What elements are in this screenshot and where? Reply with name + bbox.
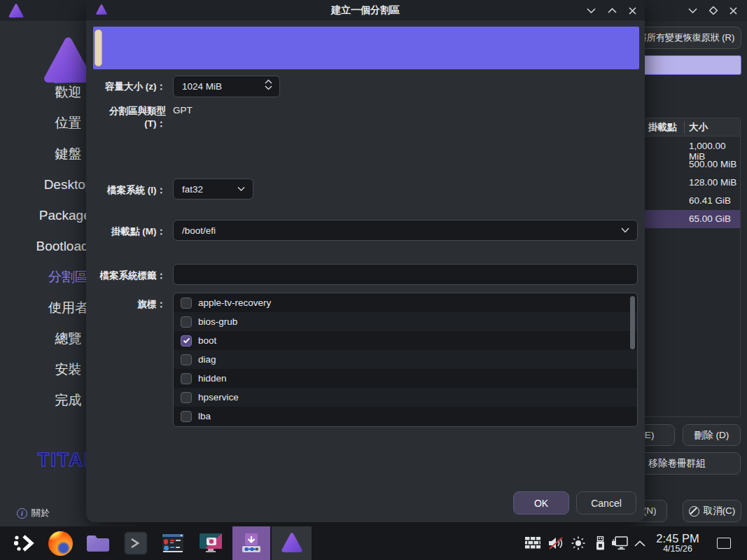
system-app-icon [161,533,185,554]
fs-label-input[interactable] [173,264,638,285]
system-settings-taskbar-button[interactable] [158,526,188,560]
cancel-button[interactable]: Cancel [576,491,636,514]
close-icon[interactable] [729,7,737,15]
installer-cancel-button[interactable]: 取消(C) [683,500,741,522]
media-app-taskbar-button[interactable] [195,526,226,560]
screen-capture-icon [198,532,223,554]
checkbox[interactable] [181,335,192,346]
volume-muted-tray-icon[interactable] [547,526,565,560]
fs-label-label: 檔案系統標籤： [86,270,166,282]
column-divider [684,121,685,134]
spin-up-icon [265,79,272,84]
revert-all-changes-button[interactable]: 將所有變更恢復原狀 (R) [631,27,741,49]
flag-row[interactable]: hidden [174,369,637,388]
distro-logo-icon [8,3,25,20]
about-button[interactable]: i 關於 [17,503,50,524]
usb-writer-icon [241,533,262,554]
mountpoint-label: 掛載點 (M)： [86,225,166,238]
new-partition-size-bar[interactable] [93,27,639,69]
firewall-tray-icon[interactable] [524,526,542,560]
folder-icon [85,533,111,554]
create-partition-dialog: 建立一個分割區 容量大小 (z)： 1024 MiB 分割區與類型 (T)： G… [86,0,645,522]
checkbox[interactable] [181,373,192,384]
flag-row[interactable]: lba [174,407,637,426]
prohibit-icon [689,506,699,517]
partition-type-label: 分割區與類型 (T)： [86,105,166,130]
dialog-titlebar[interactable]: 建立一個分割區 [86,0,645,20]
flag-row[interactable]: boot [174,331,637,350]
minimize-icon[interactable] [587,8,596,13]
checkbox[interactable] [181,316,192,328]
usb-writer-taskbar-button[interactable] [232,526,270,560]
checkbox[interactable] [181,411,192,422]
installer-taskbar-button[interactable] [272,526,312,560]
checkbox[interactable] [181,298,192,309]
terminal-icon [124,531,148,555]
tray-expand-button[interactable] [631,526,649,560]
clock-time: 2:45 PM [656,532,699,545]
dialog-title: 建立一個分割區 [86,4,645,17]
clock-date: 4/15/26 [663,545,692,554]
close-icon[interactable] [629,7,636,15]
removable-device-tray-icon[interactable] [591,526,609,560]
firefox-icon [48,531,73,556]
column-header-size[interactable]: 大小 [689,121,708,134]
partition-type-value: GPT [173,105,193,115]
show-desktop-button[interactable] [717,538,731,549]
file-manager-taskbar-button[interactable] [83,526,113,560]
terminal-taskbar-button[interactable] [120,526,151,560]
spin-down-icon [265,85,272,90]
scrollbar-thumb[interactable] [630,296,635,349]
restore-icon[interactable] [608,8,617,13]
flag-row[interactable] [174,426,637,427]
installer-triangle-icon [279,531,305,555]
chevron-down-icon [237,187,245,192]
ok-button[interactable]: OK [513,491,569,514]
flag-row[interactable]: bios-grub [174,312,637,331]
delete-partition-button[interactable]: 刪除 (D) [683,424,741,446]
flag-row[interactable]: hpservice [174,388,637,407]
flags-label: 旗標： [86,298,166,311]
firefox-taskbar-button[interactable] [45,526,76,560]
dialog-window-controls [587,0,636,21]
filesystem-select[interactable]: fat32 [173,178,253,200]
chevron-down-icon [621,227,629,233]
filesystem-label: 檔案系統 (I)： [86,184,166,197]
info-icon: i [17,508,27,519]
flags-list[interactable]: apple-tv-recovery bios-grub boot diag hi… [173,293,638,427]
spinbox-arrows[interactable] [265,79,272,90]
checkbox[interactable] [181,354,192,365]
partition-resize-handle[interactable] [95,29,102,66]
brightness-tray-icon[interactable] [569,526,587,560]
minimize-icon[interactable] [688,8,697,13]
clock[interactable]: 2:45 PM 4/15/26 [650,526,706,560]
about-label: 關於 [32,507,50,519]
network-display-tray-icon[interactable] [610,526,629,560]
flag-row[interactable]: diag [174,350,637,369]
main-window-controls [688,0,737,21]
column-header-mountpoint[interactable]: 掛載點 [648,121,677,134]
size-label: 容量大小 (z)： [86,80,166,93]
size-spinbox[interactable]: 1024 MiB [173,76,280,97]
mountpoint-combobox[interactable]: /boot/efi [173,220,638,241]
flag-row[interactable]: apple-tv-recovery [174,293,637,312]
checkbox[interactable] [181,392,192,403]
app-launcher-button[interactable] [10,526,41,560]
taskbar: 2:45 PM 4/15/26 [0,526,747,560]
maximize-icon[interactable] [709,6,718,15]
launcher-icon [14,533,36,553]
